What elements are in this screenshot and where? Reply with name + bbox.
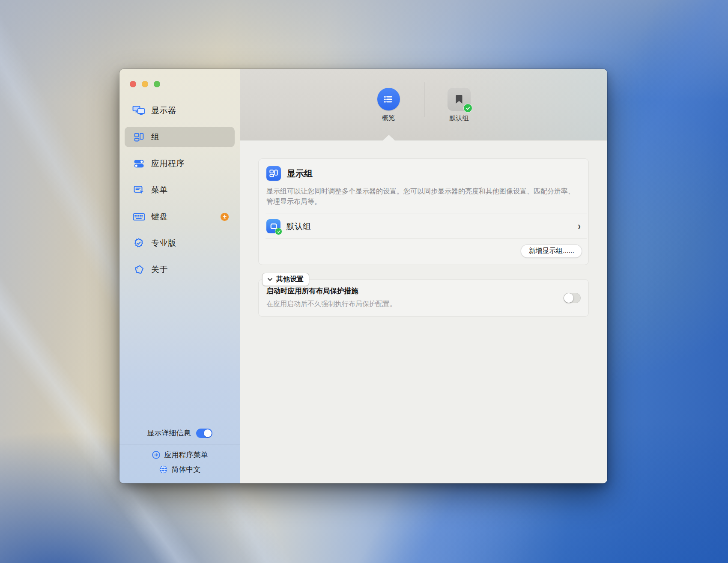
sidebar-item-label: 专业版	[151, 238, 176, 249]
app-window: 显示器 组	[119, 69, 607, 483]
add-display-group-button[interactable]: 新增显示组......	[521, 244, 582, 258]
main-content: 显示组 显示组可以让您同时调整多个显示器的设置。您可以同步显示器的亮度和其他图像…	[240, 140, 607, 483]
bookmark-icon	[448, 88, 471, 111]
sidebar-item-label: 组	[151, 131, 160, 143]
tab-default-group-label: 默认组	[450, 114, 469, 122]
overview-list-icon	[377, 88, 400, 110]
language-link[interactable]: 简体中文	[119, 464, 240, 475]
selected-tab-notch	[383, 135, 395, 140]
sidebar-footer: 显示详细信息 应用程序菜单	[119, 428, 240, 483]
sidebar-item-label: 应用程序	[151, 158, 185, 169]
other-settings-disclosure[interactable]: 其他设置	[262, 273, 309, 286]
language-label: 简体中文	[172, 465, 201, 474]
other-settings-section: 其他设置 启动时应用所有布局保护措施 在应用启动后不久强制执行布局保护配置。	[258, 273, 589, 317]
sidebar: 显示器 组	[119, 69, 240, 483]
sidebar-item-pro[interactable]: 专业版	[125, 233, 235, 253]
sidebar-footer-divider	[119, 444, 240, 444]
details-toggle[interactable]	[196, 429, 212, 438]
sidebar-item-about[interactable]: 关于	[125, 259, 235, 280]
chevron-right-icon: ›	[578, 220, 581, 232]
apps-icon	[132, 158, 146, 169]
layout-protection-title: 启动时应用所有布局保护措施	[266, 286, 581, 296]
sidebar-item-menu[interactable]: 菜单	[125, 180, 235, 200]
keyboard-icon	[132, 211, 146, 222]
default-group-row[interactable]: 默认组 ›	[259, 214, 588, 238]
minimize-button[interactable]	[142, 81, 148, 87]
group-active-check-icon	[463, 104, 472, 113]
sidebar-nav: 显示器 组	[125, 100, 235, 286]
tab-overview[interactable]: 概览	[365, 88, 412, 122]
sidebar-item-label: 键盘	[151, 211, 168, 222]
layout-protection-subtitle: 在应用启动后不久强制执行布局保护配置。	[266, 300, 581, 309]
toolbar: 概览 默认组	[240, 69, 607, 140]
details-toggle-label: 显示详细信息	[147, 428, 191, 438]
group-active-check-icon	[275, 228, 282, 235]
other-settings-label: 其他设置	[276, 275, 304, 284]
desktop-wallpaper: 显示器 组	[0, 0, 728, 563]
layout-protection-toggle[interactable]	[564, 293, 581, 303]
sidebar-item-groups[interactable]: 组	[125, 127, 235, 147]
app-menu-label: 应用程序菜单	[164, 450, 208, 460]
card-title: 显示组	[287, 168, 313, 179]
details-toggle-row: 显示详细信息	[119, 428, 240, 438]
default-group-icon	[266, 219, 280, 233]
chevron-down-icon	[267, 276, 273, 283]
menu-icon	[132, 185, 146, 196]
close-button[interactable]	[130, 81, 136, 87]
sidebar-item-keyboard[interactable]: 键盘	[125, 206, 235, 227]
globe-icon	[159, 465, 168, 474]
about-tag-icon	[132, 264, 146, 275]
displays-icon	[132, 105, 146, 116]
card-description: 显示组可以让您同时调整多个显示器的设置。您可以同步显示器的亮度和其他图像设置、匹…	[259, 181, 588, 214]
sidebar-item-label: 关于	[151, 264, 168, 275]
sidebar-item-label: 菜单	[151, 185, 168, 196]
sidebar-item-displays[interactable]: 显示器	[125, 100, 235, 121]
tab-overview-label: 概览	[382, 114, 395, 122]
tab-default-group[interactable]: 默认组	[436, 88, 483, 122]
accessibility-badge-icon	[221, 213, 229, 221]
sidebar-item-label: 显示器	[151, 105, 176, 116]
display-groups-card: 显示组 显示组可以让您同时调整多个显示器的设置。您可以同步显示器的亮度和其他图像…	[258, 158, 589, 265]
display-group-icon	[266, 166, 281, 181]
pro-badge-icon	[132, 238, 146, 249]
window-body: 概览 默认组	[240, 69, 607, 483]
groups-icon	[132, 131, 146, 143]
app-menu-link[interactable]: 应用程序菜单	[119, 449, 240, 460]
zoom-button[interactable]	[154, 81, 160, 87]
arrow-circle-icon	[152, 450, 161, 459]
sidebar-item-apps[interactable]: 应用程序	[125, 153, 235, 174]
toolbar-divider	[424, 82, 424, 117]
default-group-label: 默认组	[286, 221, 311, 232]
traffic-lights	[130, 81, 160, 87]
